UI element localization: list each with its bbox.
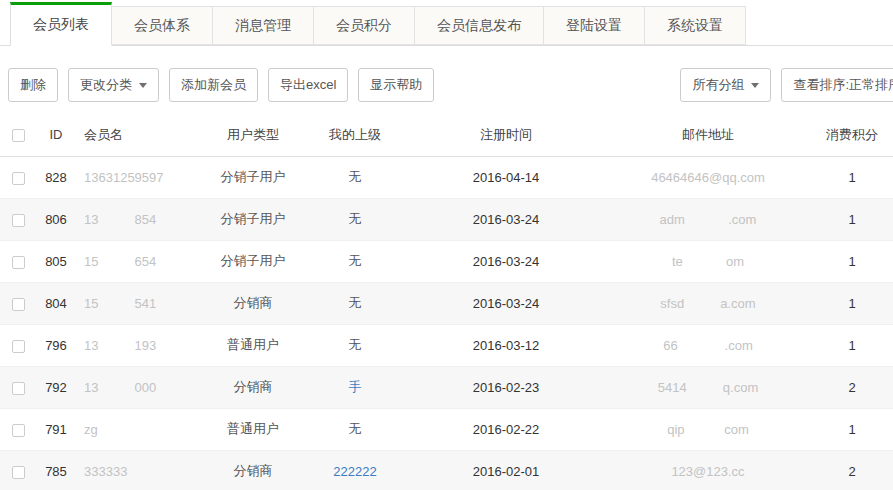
member-name: 15 541	[76, 282, 203, 324]
member-name: 333333	[76, 450, 203, 490]
tab-login-settings[interactable]: 登陆设置	[543, 6, 645, 45]
all-groups-button[interactable]: 所有分组	[680, 68, 771, 102]
select-all-checkbox[interactable]	[12, 129, 25, 142]
register-date: 2016-03-24	[407, 198, 605, 240]
register-date: 2016-02-22	[407, 408, 605, 450]
tab-member-info-publish[interactable]: 会员信息发布	[414, 6, 544, 45]
consume-points: 1	[811, 408, 893, 450]
table-row: 804 15 541 分销商 无 2016-03-24 sfsd a.com 1	[0, 282, 893, 324]
change-category-button[interactable]: 更改分类	[68, 68, 159, 102]
export-excel-button[interactable]: 导出excel	[268, 68, 348, 102]
add-member-button[interactable]: 添加新会员	[169, 68, 258, 102]
member-parent: 无	[303, 324, 407, 366]
toolbar: 删除 更改分类 添加新会员 导出excel 显示帮助 所有分组 查看排序:正常排…	[0, 46, 893, 114]
tab-message-management[interactable]: 消息管理	[212, 6, 314, 45]
member-email: 46464646@qq.com	[605, 156, 811, 198]
member-type: 普通用户	[203, 408, 303, 450]
consume-points: 1	[811, 282, 893, 324]
member-id: 804	[36, 282, 76, 324]
delete-button[interactable]: 删除	[8, 68, 58, 102]
member-type: 分销子用户	[203, 198, 303, 240]
row-checkbox[interactable]	[12, 172, 25, 185]
member-type: 分销商	[203, 450, 303, 490]
member-type: 分销商	[203, 366, 303, 408]
member-name: 15 654	[76, 240, 203, 282]
caret-down-icon	[751, 83, 759, 88]
row-checkbox[interactable]	[12, 214, 25, 227]
member-name: 13 000	[76, 366, 203, 408]
row-checkbox[interactable]	[12, 340, 25, 353]
member-id: 785	[36, 450, 76, 490]
header-points: 消费积分	[811, 114, 893, 156]
member-parent: 手	[303, 366, 407, 408]
member-parent: 无	[303, 156, 407, 198]
table-row: 785 333333 分销商 222222 2016-02-01 123@123…	[0, 450, 893, 490]
caret-down-icon	[139, 83, 147, 88]
member-type: 普通用户	[203, 324, 303, 366]
member-name: 13 193	[76, 324, 203, 366]
header-id: ID	[36, 114, 76, 156]
member-email: te om	[605, 240, 811, 282]
header-parent: 我的上级	[303, 114, 407, 156]
member-name: zg	[76, 408, 203, 450]
register-date: 2016-03-24	[407, 282, 605, 324]
member-table: ID 会员名 用户类型 我的上级 注册时间 邮件地址 消费积分 828 1363…	[0, 114, 893, 490]
member-id: 796	[36, 324, 76, 366]
row-checkbox[interactable]	[12, 424, 25, 437]
member-name: 13 854	[76, 198, 203, 240]
table-row: 792 13 000 分销商 手 2016-02-23 5414 q.com 2	[0, 366, 893, 408]
member-parent: 无	[303, 408, 407, 450]
tab-bar: 会员列表 会员体系 消息管理 会员积分 会员信息发布 登陆设置 系统设置	[0, 0, 893, 46]
show-help-button[interactable]: 显示帮助	[358, 68, 434, 102]
consume-points: 1	[811, 156, 893, 198]
row-checkbox[interactable]	[12, 466, 25, 479]
tab-member-points[interactable]: 会员积分	[313, 6, 415, 45]
consume-points: 1	[811, 324, 893, 366]
header-email: 邮件地址	[605, 114, 811, 156]
register-date: 2016-03-12	[407, 324, 605, 366]
table-row: 791 zg 普通用户 无 2016-02-22 qip com 1	[0, 408, 893, 450]
member-id: 828	[36, 156, 76, 198]
row-checkbox[interactable]	[12, 382, 25, 395]
header-date: 注册时间	[407, 114, 605, 156]
tab-member-system[interactable]: 会员体系	[111, 6, 213, 45]
member-parent: 222222	[303, 450, 407, 490]
member-email: qip com	[605, 408, 811, 450]
sort-order-button[interactable]: 查看排序:正常排序	[781, 68, 893, 102]
table-header-row: ID 会员名 用户类型 我的上级 注册时间 邮件地址 消费积分	[0, 114, 893, 156]
consume-points: 1	[811, 240, 893, 282]
member-id: 806	[36, 198, 76, 240]
member-id: 791	[36, 408, 76, 450]
member-type: 分销商	[203, 282, 303, 324]
member-email: adm .com	[605, 198, 811, 240]
member-parent: 无	[303, 282, 407, 324]
member-id: 805	[36, 240, 76, 282]
member-email: 5414 q.com	[605, 366, 811, 408]
member-type: 分销子用户	[203, 156, 303, 198]
table-row: 805 15 654 分销子用户 无 2016-03-24 te om 1	[0, 240, 893, 282]
member-name: 13631259597	[76, 156, 203, 198]
tab-member-list[interactable]: 会员列表	[10, 2, 112, 46]
consume-points: 2	[811, 450, 893, 490]
all-groups-label: 所有分组	[692, 76, 744, 94]
register-date: 2016-04-14	[407, 156, 605, 198]
change-category-label: 更改分类	[80, 76, 132, 94]
table-row: 806 13 854 分销子用户 无 2016-03-24 adm .com 1	[0, 198, 893, 240]
register-date: 2016-02-01	[407, 450, 605, 490]
parent-link[interactable]: 手	[349, 379, 362, 394]
row-checkbox[interactable]	[12, 298, 25, 311]
table-row: 828 13631259597 分销子用户 无 2016-04-14 46464…	[0, 156, 893, 198]
table-row: 796 13 193 普通用户 无 2016-03-12 66 .com 1	[0, 324, 893, 366]
header-type: 用户类型	[203, 114, 303, 156]
register-date: 2016-02-23	[407, 366, 605, 408]
header-name: 会员名	[76, 114, 203, 156]
member-email: sfsd a.com	[605, 282, 811, 324]
member-parent: 无	[303, 198, 407, 240]
parent-link[interactable]: 222222	[333, 464, 376, 479]
member-id: 792	[36, 366, 76, 408]
member-email: 66 .com	[605, 324, 811, 366]
tab-system-settings[interactable]: 系统设置	[644, 6, 746, 45]
member-type: 分销子用户	[203, 240, 303, 282]
member-table-body: 828 13631259597 分销子用户 无 2016-04-14 46464…	[0, 156, 893, 490]
row-checkbox[interactable]	[12, 256, 25, 269]
